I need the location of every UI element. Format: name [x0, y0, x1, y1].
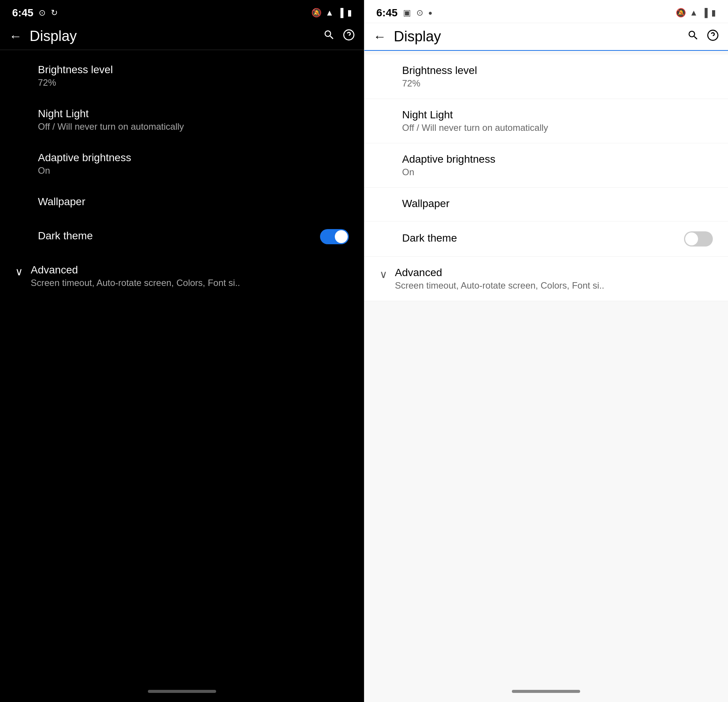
battery-icon-light: ▮ — [711, 8, 716, 18]
settings-list-light: Brightness level 72% Night Light Off / W… — [364, 51, 728, 684]
mute-icon-dark: 🔕 — [311, 8, 322, 18]
wifi-icon-dark: ▲ — [325, 8, 334, 18]
top-bar-dark: ← Display — [0, 23, 364, 50]
dark-theme-row-light: Dark theme — [402, 231, 713, 247]
advanced-subtitle-dark: Screen timeout, Auto-rotate screen, Colo… — [31, 278, 240, 288]
image-icon-light: ▣ — [403, 8, 411, 18]
chevron-down-icon-dark: ∨ — [15, 265, 23, 278]
location-icon-light: ⊙ — [416, 8, 423, 18]
page-title-dark: Display — [30, 28, 315, 44]
help-button-light[interactable] — [707, 29, 719, 44]
brightness-title-dark: Brightness level — [38, 64, 349, 76]
wallpaper-title-light: Wallpaper — [402, 198, 713, 210]
advanced-title-dark: Advanced — [31, 264, 240, 276]
wifi-icon-light: ▲ — [690, 8, 698, 18]
advanced-subtitle-light: Screen timeout, Auto-rotate screen, Colo… — [395, 280, 604, 291]
adaptive-brightness-title-light: Adaptive brightness — [402, 153, 713, 165]
brightness-subtitle-dark: 72% — [38, 77, 349, 88]
page-title-light: Display — [394, 28, 680, 45]
night-light-title-light: Night Light — [402, 109, 713, 121]
sync-icon-dark: ↻ — [51, 8, 58, 18]
adaptive-brightness-title-dark: Adaptive brightness — [38, 152, 349, 164]
status-time-light: 6:45 — [377, 7, 398, 19]
dark-theme-item-light[interactable]: Dark theme — [364, 221, 728, 257]
back-button-dark[interactable]: ← — [9, 29, 22, 44]
status-bar-left-dark: 6:45 ⊙ ↻ — [12, 7, 58, 19]
dark-phone: 6:45 ⊙ ↻ 🔕 ▲ ▐ ▮ ← Display Brightness le… — [0, 0, 364, 702]
signal-icon-light: ▐ — [701, 8, 708, 18]
wallpaper-title-dark: Wallpaper — [38, 196, 349, 208]
night-light-subtitle-light: Off / Will never turn on automatically — [402, 122, 713, 133]
night-light-title-dark: Night Light — [38, 108, 349, 120]
night-light-item-dark[interactable]: Night Light Off / Will never turn on aut… — [0, 98, 364, 142]
dot-icon-light: ● — [428, 9, 433, 17]
chevron-down-icon-light: ∨ — [380, 268, 388, 281]
home-indicator-light — [364, 684, 728, 702]
brightness-item-light[interactable]: Brightness level 72% — [364, 55, 728, 99]
light-phone: 6:45 ▣ ⊙ ● 🔕 ▲ ▐ ▮ ← Display Brightness … — [364, 0, 728, 702]
status-bar-light: 6:45 ▣ ⊙ ● 🔕 ▲ ▐ ▮ — [364, 0, 728, 23]
wallpaper-item-dark[interactable]: Wallpaper — [0, 186, 364, 219]
help-button-dark[interactable] — [343, 29, 355, 44]
dark-theme-title-dark: Dark theme — [38, 230, 93, 242]
wallpaper-item-light[interactable]: Wallpaper — [364, 188, 728, 221]
status-bar-right-dark: 🔕 ▲ ▐ ▮ — [311, 8, 351, 18]
advanced-left-dark: ∨ Advanced Screen timeout, Auto-rotate s… — [15, 264, 349, 288]
signal-icon-dark: ▐ — [337, 8, 344, 18]
brightness-title-light: Brightness level — [402, 64, 713, 77]
search-button-light[interactable] — [687, 29, 699, 44]
battery-icon-dark: ▮ — [347, 8, 352, 18]
home-indicator-dark — [0, 684, 364, 702]
dark-theme-row-dark: Dark theme — [38, 229, 349, 244]
settings-list-dark: Brightness level 72% Night Light Off / W… — [0, 50, 364, 684]
advanced-title-light: Advanced — [395, 267, 604, 279]
night-light-item-light[interactable]: Night Light Off / Will never turn on aut… — [364, 99, 728, 143]
advanced-item-light[interactable]: ∨ Advanced Screen timeout, Auto-rotate s… — [364, 257, 728, 301]
adaptive-brightness-item-dark[interactable]: Adaptive brightness On — [0, 142, 364, 186]
status-time-dark: 6:45 — [12, 7, 33, 19]
brightness-item-dark[interactable]: Brightness level 72% — [0, 54, 364, 98]
status-bar-left-light: 6:45 ▣ ⊙ ● — [377, 7, 433, 19]
status-bar-dark: 6:45 ⊙ ↻ 🔕 ▲ ▐ ▮ — [0, 0, 364, 23]
top-bar-light: ← Display — [364, 23, 728, 51]
search-button-dark[interactable] — [323, 29, 335, 44]
toggle-knob-light — [685, 232, 698, 245]
adaptive-brightness-subtitle-dark: On — [38, 165, 349, 176]
dark-theme-title-light: Dark theme — [402, 232, 457, 244]
adaptive-brightness-subtitle-light: On — [402, 167, 713, 177]
back-button-light[interactable]: ← — [373, 29, 386, 44]
home-bar-dark — [148, 690, 216, 693]
dark-theme-toggle-dark[interactable] — [320, 229, 349, 244]
advanced-left-light: ∨ Advanced Screen timeout, Auto-rotate s… — [380, 267, 713, 291]
mute-icon-light: 🔕 — [676, 8, 686, 18]
status-bar-right-light: 🔕 ▲ ▐ ▮ — [676, 8, 716, 18]
dark-theme-toggle-light[interactable] — [684, 231, 713, 247]
night-light-subtitle-dark: Off / Will never turn on automatically — [38, 121, 349, 132]
brightness-subtitle-light: 72% — [402, 78, 713, 89]
home-bar-light — [512, 690, 580, 693]
advanced-item-dark[interactable]: ∨ Advanced Screen timeout, Auto-rotate s… — [0, 254, 364, 298]
adaptive-brightness-item-light[interactable]: Adaptive brightness On — [364, 143, 728, 188]
dark-theme-item-dark[interactable]: Dark theme — [0, 219, 364, 254]
location-icon-dark: ⊙ — [39, 8, 46, 18]
toggle-knob-dark — [335, 230, 348, 243]
